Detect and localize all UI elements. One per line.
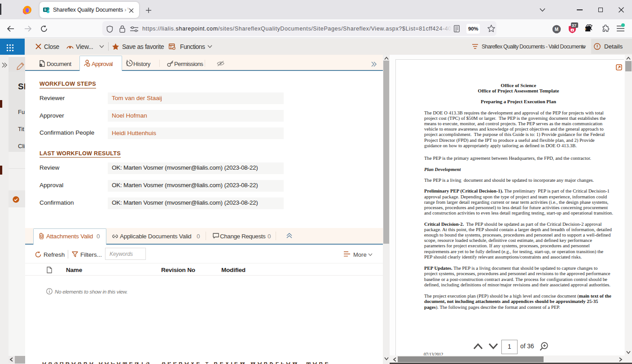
svg-text:S: S xyxy=(44,8,46,12)
